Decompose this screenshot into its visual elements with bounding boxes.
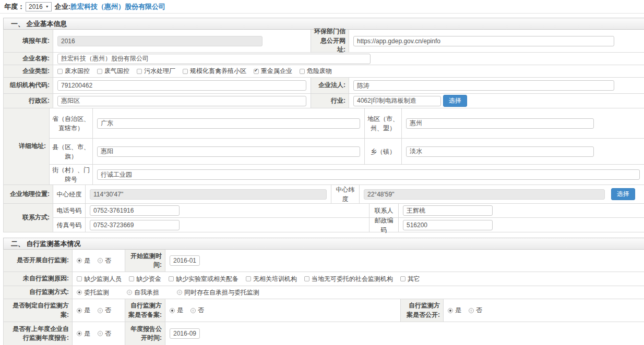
radio-checked-icon[interactable]	[170, 308, 175, 313]
checkbox-option[interactable]: 无相关培训机构	[246, 275, 297, 284]
checkbox-unchecked-icon[interactable]	[169, 276, 174, 281]
company-name-input[interactable]	[57, 54, 371, 64]
radio-unchecked-icon[interactable]	[177, 290, 182, 295]
radio-option[interactable]: 否	[469, 306, 482, 315]
region-cell	[402, 108, 644, 138]
year-select[interactable]: 2016 ▼	[26, 2, 52, 11]
checkbox-unchecked-icon[interactable]	[129, 276, 134, 281]
radio-checked-icon[interactable]	[77, 331, 82, 336]
radio-option[interactable]: 是	[448, 306, 461, 315]
radio-option-label: 是	[84, 306, 90, 315]
checkbox-unchecked-icon[interactable]	[246, 276, 251, 281]
checkbox-unchecked-icon[interactable]	[97, 69, 102, 74]
phone-input[interactable]	[90, 205, 180, 216]
radio-unchecked-icon[interactable]	[190, 308, 196, 313]
company-type-cell: 废水国控废气国控污水处理厂规模化畜禽养殖小区重金属企业危险废物	[53, 65, 644, 77]
district-input[interactable]	[57, 96, 306, 106]
radio-option[interactable]: 否	[190, 306, 204, 315]
province-input[interactable]	[97, 118, 360, 129]
geo-select-button[interactable]: 选择	[611, 188, 635, 201]
checkbox-unchecked-icon[interactable]	[57, 69, 63, 74]
checkbox-option[interactable]: 废水国控	[57, 67, 90, 76]
radio-unchecked-icon[interactable]	[469, 308, 474, 313]
radio-unchecked-icon[interactable]	[127, 290, 132, 295]
checkbox-unchecked-icon[interactable]	[137, 69, 142, 74]
checkbox-option-label: 当地无可委托的社会监测机构	[312, 275, 393, 284]
checkbox-option[interactable]: 重金属企业	[254, 67, 292, 76]
industry-select-button[interactable]: 选择	[443, 95, 467, 107]
radio-option[interactable]: 否	[98, 306, 111, 315]
radio-option[interactable]: 委托监测	[77, 288, 109, 297]
checkbox-option[interactable]: 缺少资金	[129, 275, 161, 284]
section2-header: 二、 自行监测基本情况	[3, 238, 644, 250]
form-row: 是否开展自行监测: 是否 开始监测时间:	[4, 250, 644, 272]
radio-checked-icon[interactable]	[77, 308, 82, 313]
checkbox-unchecked-icon[interactable]	[400, 276, 406, 281]
checkbox-option-label: 规模化畜禽养殖小区	[190, 67, 246, 76]
checkbox-checked-icon[interactable]	[254, 69, 259, 74]
org-code-input[interactable]	[57, 80, 306, 91]
town-input[interactable]	[406, 146, 594, 157]
county-input[interactable]	[97, 146, 360, 157]
checkbox-option[interactable]: 污水处理厂	[137, 67, 175, 76]
checkbox-option[interactable]: 缺少实验室或相关配备	[169, 275, 238, 284]
plan-filed-radio-group: 是否	[170, 306, 211, 315]
latitude-input[interactable]	[364, 189, 605, 200]
radio-option-label: 是	[84, 329, 90, 338]
longitude-input[interactable]	[90, 189, 327, 200]
checkbox-unchecked-icon[interactable]	[183, 69, 188, 74]
checkbox-option[interactable]: 危险废物	[300, 67, 332, 76]
checkbox-option-label: 缺少资金	[136, 275, 161, 284]
radio-option[interactable]: 自我承担	[127, 288, 159, 297]
start-time-input[interactable]	[170, 255, 200, 266]
fill-year-input[interactable]	[57, 36, 263, 46]
postcode-label: 邮政编码	[369, 218, 399, 232]
radio-option[interactable]: 是	[77, 256, 90, 265]
radio-unchecked-icon[interactable]	[98, 331, 103, 336]
radio-unchecked-icon[interactable]	[98, 258, 103, 263]
industry-input[interactable]	[353, 96, 441, 106]
year-label: 年度：	[4, 2, 25, 11]
legal-person-input[interactable]	[353, 80, 614, 91]
street-input[interactable]	[97, 169, 640, 180]
annual-report-label: 是否有上年度企业自行监测年度报告:	[4, 322, 73, 345]
radio-checked-icon[interactable]	[77, 258, 82, 263]
region-input[interactable]	[406, 118, 594, 129]
org-code-cell	[53, 78, 311, 93]
radio-option[interactable]: 同时存在自承担与委托监测	[177, 288, 259, 297]
checkbox-unchecked-icon[interactable]	[300, 69, 305, 74]
fax-cell	[86, 218, 369, 232]
org-code-label: 组织机构代码:	[4, 78, 53, 93]
company-name-link[interactable]: 胜宏科技（惠州）股份有限公司	[70, 2, 165, 11]
fax-input[interactable]	[90, 220, 180, 230]
checkbox-option[interactable]: 缺少监测人员	[77, 275, 122, 284]
checkbox-unchecked-icon[interactable]	[77, 276, 82, 281]
postcode-input[interactable]	[403, 220, 493, 230]
radio-option[interactable]: 否	[98, 329, 111, 338]
company-type-label: 企业类型:	[4, 65, 53, 77]
radio-checked-icon[interactable]	[77, 290, 82, 295]
env-url-input[interactable]	[353, 36, 614, 46]
checkbox-unchecked-icon[interactable]	[304, 276, 309, 281]
reasons-label: 未自行监测原因:	[4, 272, 73, 286]
checkbox-option[interactable]: 规模化畜禽养殖小区	[183, 67, 246, 76]
plan-public-radio-group: 是否	[448, 306, 490, 315]
checkbox-option-label: 废气国控	[104, 67, 129, 76]
radio-option[interactable]: 否	[98, 256, 111, 265]
checkbox-option[interactable]: 其它	[400, 275, 420, 284]
street-label: 街（村）、门牌号	[50, 165, 93, 184]
radio-checked-icon[interactable]	[448, 308, 453, 313]
env-url-label: 环保部门信息公开网址:	[311, 30, 349, 52]
contact-person-input[interactable]	[403, 205, 493, 216]
radio-option[interactable]: 是	[77, 329, 90, 338]
report-time-input[interactable]	[170, 328, 200, 339]
radio-option[interactable]: 是	[77, 306, 90, 315]
radio-unchecked-icon[interactable]	[98, 308, 103, 313]
contact-label: 联系方式:	[4, 204, 53, 232]
radio-option[interactable]: 是	[170, 306, 183, 315]
district-label: 行政区:	[4, 94, 53, 108]
checkbox-option[interactable]: 当地无可委托的社会监测机构	[304, 275, 393, 284]
checkbox-option-label: 重金属企业	[261, 67, 292, 76]
legal-person-cell	[349, 78, 644, 93]
checkbox-option[interactable]: 废气国控	[97, 67, 129, 76]
